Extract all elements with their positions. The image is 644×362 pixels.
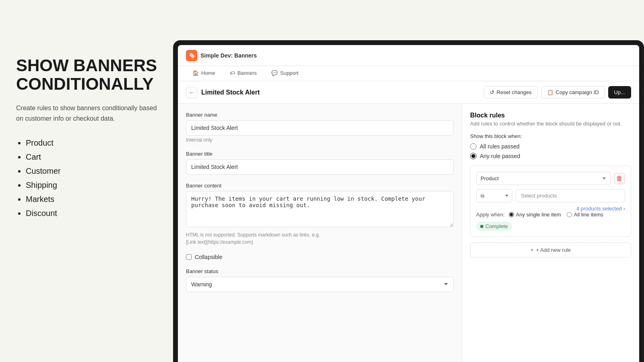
left-panel: SHOW BANNERS CONDITIONALLY Create rules … bbox=[0, 0, 173, 362]
add-rule-label: + Add new rule bbox=[536, 247, 571, 253]
all-lines-radio[interactable] bbox=[567, 212, 572, 217]
tab-home[interactable]: 🏠 Home bbox=[186, 66, 222, 81]
rule-condition-row: is is not Select products bbox=[476, 189, 625, 202]
back-arrow-icon: ← bbox=[189, 89, 194, 96]
logo-emoji: 🏷️ bbox=[188, 51, 196, 59]
banner-name-sublabel: Internal only bbox=[186, 137, 454, 143]
laptop-screen: 🏷️ Simple Dev: Banners 🏠 Home 🏷 Banners … bbox=[178, 45, 639, 362]
support-icon: 💬 bbox=[271, 70, 278, 76]
reset-icon: ↺ bbox=[490, 89, 494, 95]
all-rules-label: All rules passed bbox=[480, 143, 520, 150]
any-line-radio[interactable] bbox=[509, 212, 514, 217]
apply-when-row: Apply when: Any single line item All lin… bbox=[476, 212, 625, 231]
banner-name-label: Banner name bbox=[186, 112, 454, 118]
condition-select[interactable]: is is not bbox=[476, 189, 512, 202]
page-title: Limited Stock Alert bbox=[201, 89, 260, 96]
rule-card: Product Cart Customer Shipping Markets D… bbox=[470, 166, 631, 237]
list-item-markets: Markets bbox=[26, 195, 157, 204]
all-rules-radio[interactable] bbox=[470, 143, 477, 150]
nav-tabs: 🏠 Home 🏷 Banners 💬 Support bbox=[178, 66, 639, 81]
status-badge: Complete bbox=[476, 222, 512, 231]
copy-campaign-button[interactable]: 📋 Copy campaign ID bbox=[541, 86, 605, 99]
page-toolbar: ← Limited Stock Alert ↺ Reset changes 📋 … bbox=[178, 81, 639, 104]
banner-status-select[interactable]: Warning Info Error Success bbox=[186, 277, 454, 292]
add-rule-icon: + bbox=[530, 247, 534, 253]
toolbar-right: ↺ Reset changes 📋 Copy campaign ID Up... bbox=[484, 86, 631, 99]
tab-banners-label: Banners bbox=[237, 70, 257, 76]
banner-status-label: Banner status bbox=[186, 268, 454, 274]
banner-title-input[interactable] bbox=[186, 159, 454, 175]
chevron-right-icon: › bbox=[623, 206, 625, 212]
reset-changes-button[interactable]: ↺ Reset changes bbox=[484, 86, 538, 99]
banner-title-label: Banner title bbox=[186, 151, 454, 157]
form-panel: Banner name Internal only Banner title B… bbox=[178, 104, 462, 362]
status-dot bbox=[480, 225, 483, 228]
list-item-customer: Customer bbox=[26, 167, 157, 176]
main-heading: SHOW BANNERS CONDITIONALLY bbox=[16, 56, 157, 93]
rules-subtitle: Add rules to control whether the block s… bbox=[470, 121, 631, 127]
banner-content-hint: HTML is not supported. Supports markdown… bbox=[186, 231, 454, 246]
all-lines-label: All line items bbox=[574, 212, 603, 218]
apply-radio-group: Any single line item All line items bbox=[509, 212, 603, 218]
main-description: Create rules to show banners conditional… bbox=[16, 103, 157, 123]
toolbar-left: ← Limited Stock Alert bbox=[186, 87, 260, 98]
any-rule-label: Any rule passed bbox=[480, 153, 520, 159]
rule-delete-button[interactable]: 🗑 bbox=[614, 173, 625, 184]
feature-list: Product Cart Customer Shipping Markets D… bbox=[16, 138, 157, 223]
app-logo: 🏷️ Simple Dev: Banners bbox=[186, 50, 257, 61]
select-products-label: Select products bbox=[521, 193, 557, 199]
main-content: Banner name Internal only Banner title B… bbox=[178, 104, 639, 362]
banner-name-input[interactable] bbox=[186, 120, 454, 136]
banner-status-group: Banner status Warning Info Error Success bbox=[186, 268, 454, 292]
show-when-radio-group: All rules passed Any rule passed bbox=[470, 143, 631, 159]
list-item-discount: Discount bbox=[26, 209, 157, 218]
banners-icon: 🏷 bbox=[230, 70, 235, 76]
banner-content-group: Banner content HTML is not supported. Su… bbox=[186, 183, 454, 246]
back-button[interactable]: ← bbox=[186, 87, 197, 98]
app-title: Simple Dev: Banners bbox=[200, 52, 257, 59]
laptop-frame: 🏷️ Simple Dev: Banners 🏠 Home 🏷 Banners … bbox=[173, 40, 644, 362]
right-panel: 🏷️ Simple Dev: Banners 🏠 Home 🏷 Banners … bbox=[173, 0, 644, 362]
copy-icon: 📋 bbox=[547, 89, 553, 95]
show-when-label: Show this block when: bbox=[470, 133, 631, 139]
app-header: 🏷️ Simple Dev: Banners bbox=[178, 45, 639, 66]
select-products-button[interactable]: Select products bbox=[516, 189, 625, 202]
apply-any-line-item: Any single line item bbox=[509, 212, 561, 218]
radio-all-rules: All rules passed bbox=[470, 143, 631, 150]
banner-title-group: Banner title bbox=[186, 151, 454, 175]
banner-content-textarea[interactable] bbox=[186, 191, 454, 227]
rule-type-row: Product Cart Customer Shipping Markets D… bbox=[476, 172, 625, 185]
app-logo-icon: 🏷️ bbox=[186, 50, 197, 61]
list-item-cart: Cart bbox=[26, 152, 157, 162]
tab-home-label: Home bbox=[201, 70, 215, 76]
collapsible-checkbox[interactable] bbox=[186, 254, 192, 260]
apply-all-lines-item: All line items bbox=[567, 212, 603, 218]
apply-when-label: Apply when: bbox=[476, 212, 505, 218]
tab-support-label: Support bbox=[280, 70, 299, 76]
products-selected-text: 4 products selected bbox=[576, 206, 622, 212]
add-rule-button[interactable]: + + Add new rule bbox=[470, 243, 631, 257]
banner-name-group: Banner name Internal only bbox=[186, 112, 454, 143]
reset-label: Reset changes bbox=[497, 89, 532, 95]
collapsible-group: Collapsible bbox=[186, 254, 454, 260]
any-rule-radio[interactable] bbox=[470, 153, 477, 159]
radio-any-rule: Any rule passed bbox=[470, 153, 631, 159]
rules-panel: Block rules Add rules to control whether… bbox=[462, 104, 639, 362]
list-item-product: Product bbox=[26, 138, 157, 148]
tab-banners[interactable]: 🏷 Banners bbox=[223, 66, 263, 81]
products-selected-link[interactable]: 4 products selected › bbox=[476, 206, 625, 212]
banner-content-label: Banner content bbox=[186, 183, 454, 189]
collapsible-label: Collapsible bbox=[195, 254, 222, 260]
copy-campaign-label: Copy campaign ID bbox=[556, 89, 599, 95]
update-button[interactable]: Up... bbox=[608, 86, 631, 99]
tab-support[interactable]: 💬 Support bbox=[265, 66, 305, 81]
list-item-shipping: Shipping bbox=[26, 181, 157, 190]
status-label: Complete bbox=[485, 223, 508, 229]
trash-icon: 🗑 bbox=[616, 175, 623, 182]
rule-type-select[interactable]: Product Cart Customer Shipping Markets D… bbox=[476, 172, 611, 185]
any-line-label: Any single line item bbox=[516, 212, 561, 218]
update-label: Up... bbox=[614, 89, 625, 95]
home-icon: 🏠 bbox=[192, 70, 199, 76]
rules-title: Block rules bbox=[470, 112, 631, 119]
